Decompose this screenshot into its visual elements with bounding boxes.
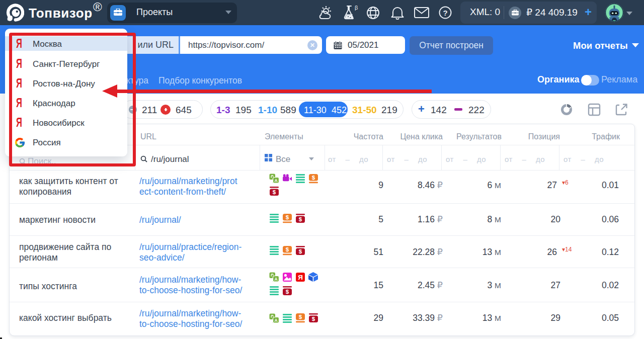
svg-text:?: ? — [443, 9, 447, 17]
svg-text:β: β — [355, 5, 358, 11]
